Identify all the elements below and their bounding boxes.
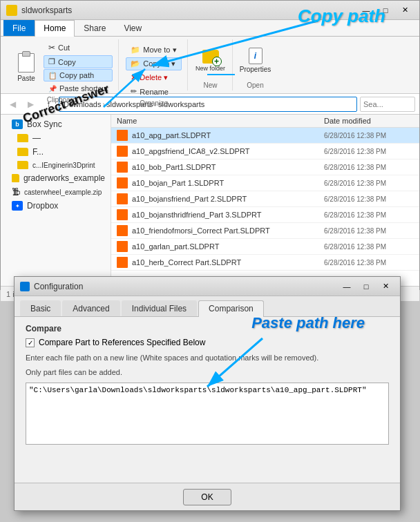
search-input[interactable] [360, 97, 415, 112]
paste-shortcut-button[interactable]: 📌 Paste shortcut [44, 82, 113, 95]
sidebar-label-graderworks: graderworks_example [23, 173, 105, 183]
file-date-1: 6/28/2016 12:38 PM [324, 148, 414, 155]
organize-buttons: 📁 Move to ▾ 📂 Copy to ▾ ✕ Delete ▾ ✏ Ren… [126, 44, 181, 98]
sidebar-label-0: — [32, 133, 41, 143]
move-to-button[interactable]: 📁 Move to ▾ [126, 44, 181, 57]
clipboard-group: Paste ✂ Cut ❐ Copy 📋 [5, 39, 119, 90]
folder-icon [17, 148, 28, 156]
checkbox-label: Compare Part to References Specified Bel… [39, 338, 205, 347]
dialog-close-button[interactable]: ✕ [376, 280, 394, 293]
tab-file[interactable]: File [3, 20, 35, 36]
zip-icon: 🗜 [12, 187, 20, 197]
move-to-icon: 📁 [131, 46, 140, 55]
dialog-minimize-button[interactable]: — [338, 280, 356, 293]
dropbox-icon [12, 201, 23, 211]
dialog-window-controls: — □ ✕ [338, 280, 394, 293]
file-item-4[interactable]: a10_bojansfriend_Part 2.SLDPRT 6/28/2016… [111, 191, 419, 207]
file-icon-8 [117, 257, 128, 268]
panes: Box Sync — F... c...IEnginerin3Dprint gr… [1, 115, 419, 286]
tab-view[interactable]: View [115, 20, 151, 36]
file-icon-6 [117, 225, 128, 236]
paste-shortcut-icon: 📌 [48, 85, 57, 93]
file-name-6: a10_friendofmorsi_Correct Part.SLDPRT [132, 226, 324, 235]
sidebar-label-boxsync: Box Sync [27, 119, 62, 129]
file-date-2: 6/28/2016 12:38 PM [324, 164, 414, 171]
sidebar: Box Sync — F... c...IEnginerin3Dprint gr… [1, 115, 111, 286]
file-item-5[interactable]: a10_bojansthridfriend_Part 3.SLDPRT 6/28… [111, 207, 419, 223]
sidebar-label-casterwheel: casterwheel_example.zip [24, 188, 102, 196]
col-date: Date modified [324, 117, 414, 125]
minimize-button[interactable]: — [357, 3, 375, 17]
file-item-0[interactable]: a10_apg_part.SLDPRT 6/28/2016 12:38 PM [111, 128, 419, 144]
sidebar-item-boxsync[interactable]: Box Sync [1, 117, 111, 131]
file-item-8[interactable]: a10_herb_Correct Part.SLDPRT 6/28/2016 1… [111, 255, 419, 271]
cut-icon: ✂ [48, 43, 55, 52]
sidebar-item-dropbox[interactable]: Dropbox [1, 199, 111, 213]
copy-button[interactable]: ❐ Copy [44, 55, 113, 68]
help-text-2: Only part files can be added. [26, 367, 389, 378]
sidebar-label-dropbox: Dropbox [27, 201, 58, 211]
folder-icon [17, 161, 28, 169]
checkbox-row: ✓ Compare Part to References Specified B… [26, 338, 389, 347]
dialog-footer: OK [15, 483, 400, 510]
sidebar-item-casterwheel[interactable]: 🗜 casterwheel_example.zip [1, 185, 111, 199]
new-folder-icon [202, 50, 219, 64]
maximize-button[interactable]: □ [376, 3, 394, 17]
cut-button[interactable]: ✂ Cut [44, 41, 113, 55]
compare-checkbox[interactable]: ✓ [26, 338, 35, 347]
explorer-window: sldworksparts — □ ✕ File Home Share View [0, 0, 420, 290]
ok-button[interactable]: OK [183, 489, 231, 505]
properties-button[interactable]: Properties [240, 41, 271, 80]
sidebar-label-1: F... [32, 147, 44, 157]
back-button[interactable]: ◀ [5, 97, 20, 112]
sidebar-item-1[interactable]: F... [1, 145, 111, 159]
open-group: Properties Open [234, 39, 277, 90]
file-icon-2 [117, 162, 128, 173]
col-name: Name [117, 117, 324, 125]
compare-section-label: Compare [26, 324, 389, 334]
copy-path-icon: 📋 [48, 72, 57, 79]
copy-path-button[interactable]: 📋 Copy path [44, 69, 113, 81]
file-name-2: a10_bob_Part1.SLDPRT [132, 163, 324, 171]
file-item-7[interactable]: a10_garlan_part.SLDPRT 6/28/2016 12:38 P… [111, 239, 419, 255]
copy-icon: ❐ [48, 57, 55, 66]
folder-icon [17, 134, 28, 142]
tab-share[interactable]: Share [75, 20, 115, 36]
tab-individual-files[interactable]: Individual Files [122, 300, 197, 316]
tab-home[interactable]: Home [35, 20, 75, 37]
ribbon-tabs: File Home Share View [1, 20, 419, 37]
file-icon-5 [117, 209, 128, 220]
sidebar-item-2[interactable]: c...IEnginerin3Dprint [1, 159, 111, 171]
file-item-3[interactable]: a10_bojan_Part 1.SLDPRT 6/28/2016 12:38 … [111, 175, 419, 191]
file-date-5: 6/28/2016 12:38 PM [324, 211, 414, 219]
properties-icon [249, 48, 262, 64]
file-item-6[interactable]: a10_friendofmorsi_Correct Part.SLDPRT 6/… [111, 223, 419, 239]
sidebar-item-graderworks[interactable]: graderworks_example [1, 171, 111, 185]
window-icon [6, 5, 17, 16]
boxsync-icon [12, 119, 23, 129]
copy-to-button[interactable]: 📂 Copy to ▾ [126, 57, 181, 70]
dialog-title: Configuration [34, 282, 338, 291]
folder-icon [12, 174, 19, 182]
file-item-1[interactable]: a10_apgsfriend_ICA8_v2.SLDPRT 6/28/2016 … [111, 144, 419, 160]
dialog-maximize-button[interactable]: □ [357, 280, 375, 293]
tab-advanced[interactable]: Advanced [62, 300, 120, 316]
forward-button[interactable]: ▶ [23, 97, 38, 112]
delete-button[interactable]: ✕ Delete ▾ [126, 71, 181, 84]
tab-basic[interactable]: Basic [20, 300, 61, 316]
file-name-4: a10_bojansfriend_Part 2.SLDPRT [132, 195, 324, 203]
clipboard-buttons: Paste ✂ Cut ❐ Copy 📋 [10, 41, 113, 95]
sidebar-item-0[interactable]: — [1, 131, 111, 145]
window-controls: — □ ✕ [357, 3, 414, 17]
file-item-2[interactable]: a10_bob_Part1.SLDPRT 6/28/2016 12:38 PM [111, 160, 419, 175]
organize-group: 📁 Move to ▾ 📂 Copy to ▾ ✕ Delete ▾ ✏ Ren… [120, 39, 187, 90]
tab-comparison[interactable]: Comparison [198, 300, 264, 317]
rename-icon: ✏ [131, 87, 137, 96]
address-bar[interactable]: Downloads › sldworksparts › sldworkspart… [59, 97, 357, 112]
close-button[interactable]: ✕ [396, 3, 414, 17]
new-folder-button[interactable]: New folder [195, 41, 227, 80]
file-name-5: a10_bojansthridfriend_Part 3.SLDPRT [132, 211, 324, 219]
rename-button[interactable]: ✏ Rename [126, 85, 181, 98]
filepath-textarea[interactable]: "C:\Users\garla\Downloads\sldworksparts\… [26, 383, 389, 445]
paste-button[interactable]: Paste [10, 48, 42, 88]
